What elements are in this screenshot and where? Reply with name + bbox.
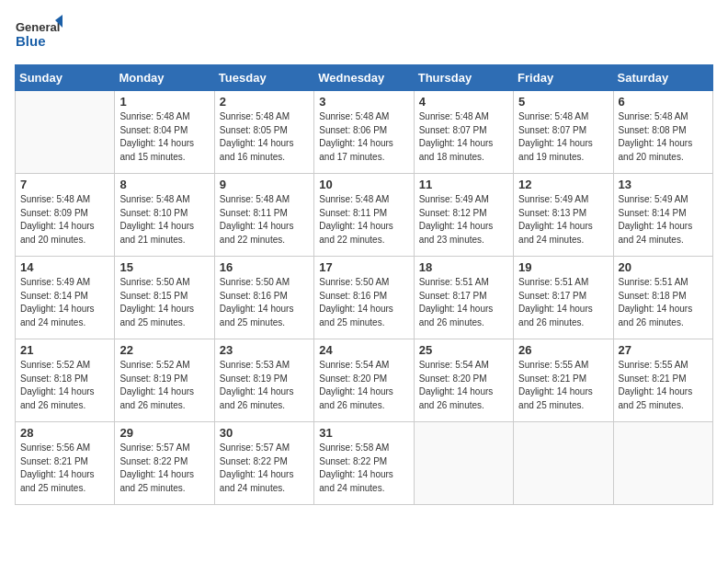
calendar-cell: 18Sunrise: 5:51 AMSunset: 8:17 PMDayligh… xyxy=(414,257,513,339)
day-number: 29 xyxy=(119,426,209,440)
calendar-cell: 28Sunrise: 5:56 AMSunset: 8:21 PMDayligh… xyxy=(16,422,115,505)
calendar-cell: 31Sunrise: 5:58 AMSunset: 8:22 PMDayligh… xyxy=(314,422,414,505)
day-number: 20 xyxy=(619,260,708,274)
calendar-cell: 21Sunrise: 5:52 AMSunset: 8:18 PMDayligh… xyxy=(16,339,115,422)
calendar-cell: 14Sunrise: 5:49 AMSunset: 8:14 PMDayligh… xyxy=(16,257,115,339)
day-number: 2 xyxy=(220,95,309,109)
calendar-week-row: 21Sunrise: 5:52 AMSunset: 8:18 PMDayligh… xyxy=(16,339,713,422)
day-info: Sunrise: 5:51 AMSunset: 8:17 PMDaylight:… xyxy=(419,276,508,329)
day-info: Sunrise: 5:48 AMSunset: 8:09 PMDaylight:… xyxy=(20,193,109,247)
day-number: 4 xyxy=(419,95,508,109)
day-number: 30 xyxy=(220,426,309,440)
day-number: 26 xyxy=(518,343,608,357)
calendar-cell: 11Sunrise: 5:49 AMSunset: 8:12 PMDayligh… xyxy=(414,174,513,257)
day-info: Sunrise: 5:49 AMSunset: 8:14 PMDaylight:… xyxy=(619,193,708,247)
calendar-cell: 6Sunrise: 5:48 AMSunset: 8:08 PMDaylight… xyxy=(613,91,712,174)
calendar-cell: 8Sunrise: 5:48 AMSunset: 8:10 PMDaylight… xyxy=(115,174,214,257)
calendar-week-row: 28Sunrise: 5:56 AMSunset: 8:21 PMDayligh… xyxy=(16,422,713,505)
calendar-cell: 2Sunrise: 5:48 AMSunset: 8:05 PMDaylight… xyxy=(214,91,313,174)
day-number: 27 xyxy=(619,343,708,357)
day-info: Sunrise: 5:48 AMSunset: 8:06 PMDaylight:… xyxy=(319,110,408,164)
page-header: General Blue xyxy=(15,15,713,53)
calendar-cell: 15Sunrise: 5:50 AMSunset: 8:15 PMDayligh… xyxy=(115,257,214,339)
calendar-cell xyxy=(16,91,115,174)
weekday-header-tuesday: Tuesday xyxy=(214,65,313,91)
weekday-header-monday: Monday xyxy=(115,65,214,91)
calendar-cell: 22Sunrise: 5:52 AMSunset: 8:19 PMDayligh… xyxy=(115,339,214,422)
calendar-cell: 23Sunrise: 5:53 AMSunset: 8:19 PMDayligh… xyxy=(214,339,313,422)
day-number: 11 xyxy=(419,178,508,191)
calendar-cell: 16Sunrise: 5:50 AMSunset: 8:16 PMDayligh… xyxy=(214,257,313,339)
day-info: Sunrise: 5:52 AMSunset: 8:19 PMDaylight:… xyxy=(119,359,209,412)
weekday-header-thursday: Thursday xyxy=(414,65,513,91)
day-number: 5 xyxy=(518,95,608,109)
calendar-cell xyxy=(414,422,513,505)
calendar-cell: 5Sunrise: 5:48 AMSunset: 8:07 PMDaylight… xyxy=(514,91,613,174)
day-info: Sunrise: 5:49 AMSunset: 8:12 PMDaylight:… xyxy=(419,193,508,247)
day-info: Sunrise: 5:48 AMSunset: 8:07 PMDaylight:… xyxy=(419,110,508,164)
day-info: Sunrise: 5:50 AMSunset: 8:15 PMDaylight:… xyxy=(119,276,209,329)
day-info: Sunrise: 5:51 AMSunset: 8:17 PMDaylight:… xyxy=(518,276,608,329)
day-info: Sunrise: 5:52 AMSunset: 8:18 PMDaylight:… xyxy=(20,359,109,412)
calendar-cell: 19Sunrise: 5:51 AMSunset: 8:17 PMDayligh… xyxy=(514,257,613,339)
calendar-cell: 25Sunrise: 5:54 AMSunset: 8:20 PMDayligh… xyxy=(414,339,513,422)
day-number: 19 xyxy=(518,260,608,274)
day-info: Sunrise: 5:51 AMSunset: 8:18 PMDaylight:… xyxy=(619,276,708,329)
day-number: 25 xyxy=(419,343,508,357)
calendar-cell: 12Sunrise: 5:49 AMSunset: 8:13 PMDayligh… xyxy=(514,174,613,257)
day-number: 18 xyxy=(419,260,508,274)
day-number: 17 xyxy=(319,260,408,274)
calendar-cell: 26Sunrise: 5:55 AMSunset: 8:21 PMDayligh… xyxy=(514,339,613,422)
day-number: 21 xyxy=(20,343,109,357)
logo: General Blue xyxy=(15,15,63,53)
day-number: 28 xyxy=(20,426,109,440)
day-info: Sunrise: 5:48 AMSunset: 8:10 PMDaylight:… xyxy=(119,193,209,247)
day-info: Sunrise: 5:55 AMSunset: 8:21 PMDaylight:… xyxy=(518,359,608,412)
day-number: 10 xyxy=(319,178,408,191)
day-info: Sunrise: 5:50 AMSunset: 8:16 PMDaylight:… xyxy=(319,276,408,329)
calendar-cell xyxy=(613,422,712,505)
svg-text:General: General xyxy=(16,20,60,34)
calendar-cell: 1Sunrise: 5:48 AMSunset: 8:04 PMDaylight… xyxy=(115,91,214,174)
day-info: Sunrise: 5:48 AMSunset: 8:11 PMDaylight:… xyxy=(319,193,408,247)
day-info: Sunrise: 5:48 AMSunset: 8:05 PMDaylight:… xyxy=(220,110,309,164)
calendar-cell: 7Sunrise: 5:48 AMSunset: 8:09 PMDaylight… xyxy=(16,174,115,257)
calendar-cell: 24Sunrise: 5:54 AMSunset: 8:20 PMDayligh… xyxy=(314,339,414,422)
calendar-cell: 17Sunrise: 5:50 AMSunset: 8:16 PMDayligh… xyxy=(314,257,414,339)
day-info: Sunrise: 5:53 AMSunset: 8:19 PMDaylight:… xyxy=(220,359,309,412)
day-info: Sunrise: 5:48 AMSunset: 8:07 PMDaylight:… xyxy=(518,110,608,164)
calendar-table: SundayMondayTuesdayWednesdayThursdayFrid… xyxy=(15,64,713,505)
calendar-cell: 13Sunrise: 5:49 AMSunset: 8:14 PMDayligh… xyxy=(613,174,712,257)
day-info: Sunrise: 5:57 AMSunset: 8:22 PMDaylight:… xyxy=(220,442,309,495)
day-info: Sunrise: 5:48 AMSunset: 8:08 PMDaylight:… xyxy=(619,110,708,164)
day-number: 24 xyxy=(319,343,408,357)
day-number: 6 xyxy=(619,95,708,109)
calendar-cell: 20Sunrise: 5:51 AMSunset: 8:18 PMDayligh… xyxy=(613,257,712,339)
day-info: Sunrise: 5:50 AMSunset: 8:16 PMDaylight:… xyxy=(220,276,309,329)
calendar-week-row: 14Sunrise: 5:49 AMSunset: 8:14 PMDayligh… xyxy=(16,257,713,339)
day-number: 9 xyxy=(220,178,309,191)
day-number: 12 xyxy=(518,178,608,191)
day-info: Sunrise: 5:57 AMSunset: 8:22 PMDaylight:… xyxy=(119,442,209,495)
day-number: 22 xyxy=(119,343,209,357)
day-info: Sunrise: 5:54 AMSunset: 8:20 PMDaylight:… xyxy=(419,359,508,412)
calendar-cell: 3Sunrise: 5:48 AMSunset: 8:06 PMDaylight… xyxy=(314,91,414,174)
svg-text:Blue: Blue xyxy=(16,33,46,49)
day-number: 16 xyxy=(220,260,309,274)
calendar-cell: 10Sunrise: 5:48 AMSunset: 8:11 PMDayligh… xyxy=(314,174,414,257)
weekday-header-wednesday: Wednesday xyxy=(314,65,414,91)
day-number: 13 xyxy=(619,178,708,191)
calendar-week-row: 1Sunrise: 5:48 AMSunset: 8:04 PMDaylight… xyxy=(16,91,713,174)
day-info: Sunrise: 5:49 AMSunset: 8:14 PMDaylight:… xyxy=(20,276,109,329)
calendar-cell: 27Sunrise: 5:55 AMSunset: 8:21 PMDayligh… xyxy=(613,339,712,422)
day-info: Sunrise: 5:49 AMSunset: 8:13 PMDaylight:… xyxy=(518,193,608,247)
day-number: 31 xyxy=(319,426,408,440)
day-number: 14 xyxy=(20,260,109,274)
calendar-cell xyxy=(514,422,613,505)
calendar-header: SundayMondayTuesdayWednesdayThursdayFrid… xyxy=(16,65,713,91)
day-number: 8 xyxy=(119,178,209,191)
day-info: Sunrise: 5:48 AMSunset: 8:11 PMDaylight:… xyxy=(220,193,309,247)
weekday-header-friday: Friday xyxy=(514,65,613,91)
day-info: Sunrise: 5:48 AMSunset: 8:04 PMDaylight:… xyxy=(119,110,209,164)
day-info: Sunrise: 5:58 AMSunset: 8:22 PMDaylight:… xyxy=(319,442,408,495)
